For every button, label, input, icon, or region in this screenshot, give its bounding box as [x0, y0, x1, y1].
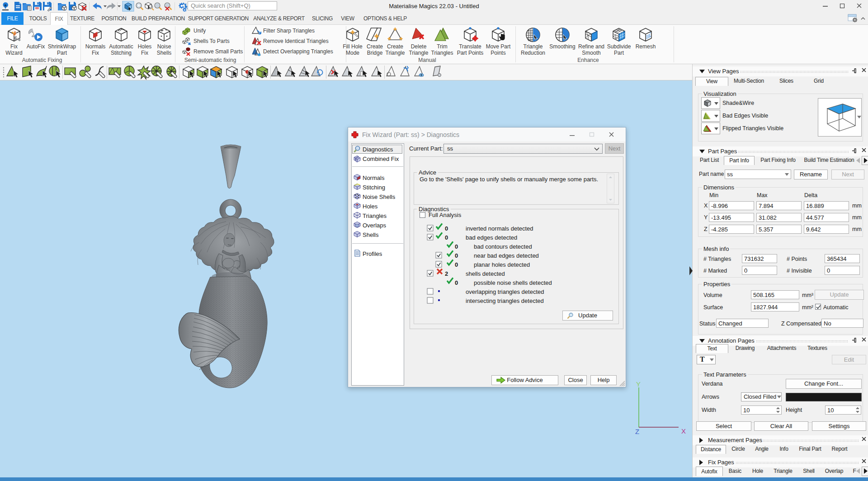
svg-text:Z: Z [635, 428, 639, 435]
svg-text:X: X [681, 427, 686, 435]
svg-text:Y: Y [636, 380, 641, 388]
